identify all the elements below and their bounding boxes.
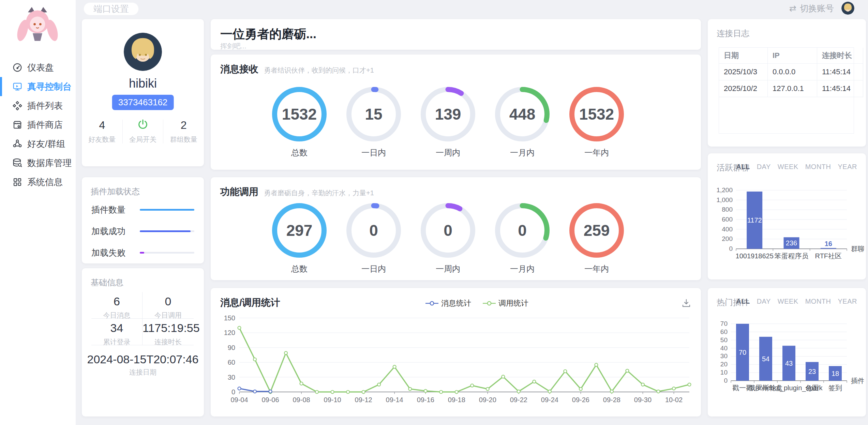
svg-text:09-24: 09-24 [541,396,558,404]
progress-fill [140,230,191,232]
sidebar-item-1[interactable]: 真寻控制台 [0,77,76,96]
svg-text:09-12: 09-12 [355,396,372,404]
stat-label: 群组数量 [163,135,204,144]
stat-ring-一日内: 15 [346,87,401,141]
tab-year[interactable]: YEAR [838,163,857,171]
profile-card: hibiki 3373463162 4好友数量全局开关2群组数量 [82,19,204,166]
legend-label: 调用统计 [498,298,528,308]
stat-ring-总数: 297 [272,203,327,258]
ring-label: 一年内 [569,147,624,158]
info-cell-0: 6今日消息 [91,292,143,319]
sidebar-item-6[interactable]: 系统信息 [0,172,76,192]
tab-all[interactable]: ALL [736,163,750,171]
ring-label: 总数 [272,147,327,158]
tab-all[interactable]: ALL [736,298,750,305]
svg-text:18: 18 [832,370,839,377]
function-call-title: 功能调用 [220,185,258,198]
basic-info-title: 基础信息 [91,277,123,288]
stat-value: 2 [163,119,204,132]
sidebar-item-5[interactable]: 数据库管理 [0,153,76,172]
port-settings-button[interactable]: 端口设置 [84,2,139,15]
tab-day[interactable]: DAY [757,163,771,171]
sidebar-item-2[interactable]: 插件列表 [0,96,76,115]
gauge-icon [12,62,23,73]
log-cell: 2025/10/2 [719,80,768,97]
svg-text:09-16: 09-16 [417,396,434,404]
profile-name: hibiki [82,76,204,91]
svg-text:600: 600 [722,216,733,223]
tab-day[interactable]: DAY [757,298,771,305]
user-avatar [124,33,162,71]
svg-text:23: 23 [808,368,816,375]
svg-text:800: 800 [722,206,733,213]
ring-value: 1532 [272,87,327,141]
stat-ring-一月内: 448 [495,87,550,141]
switch-account-label: 切换账号 [800,3,834,14]
stats-chart-card: 消息/调用统计 消息统计调用统计 030609012015009-0409-06… [211,288,701,416]
tab-month[interactable]: MONTH [805,163,831,171]
hero-title: 一位勇者的磨砺... [220,26,316,43]
svg-text:1,200: 1,200 [716,186,733,194]
store-icon [12,120,23,130]
legend-item-消息统计[interactable]: 消息统计 [425,298,471,308]
log-cell: 2025/10/3 [719,64,768,80]
ring-value: 1532 [569,87,624,141]
ring-label: 一周内 [421,263,475,274]
database-icon [12,158,23,168]
power-icon[interactable] [137,119,149,130]
line-chart: 030609012015009-0409-0609-0809-1009-1209… [215,312,693,411]
log-cell: 127.0.0.1 [768,80,817,97]
ring-value: 0 [421,203,475,258]
ring-label: 一月内 [495,147,550,158]
svg-text:09-22: 09-22 [510,396,527,404]
sidebar-item-label: 系统信息 [27,176,63,188]
ring-label: 一年内 [569,263,624,274]
svg-text:09-04: 09-04 [230,396,248,404]
message-receive-card: 消息接收 勇者结识伙伴，收到的问候，口才+1 1532总数15一日内139一周内… [211,55,701,170]
svg-text:1,000: 1,000 [716,196,733,203]
info-cell-3: 1175:19:55连接时长 [143,319,194,345]
stat-ring-一周内: 0 [421,203,475,258]
svg-text:70: 70 [720,320,728,327]
info-cell-1: 0今日调用 [143,292,194,319]
plugin-progress-row-0: 插件数量 [91,204,194,215]
topbar-avatar[interactable] [841,2,854,15]
progress-track [140,209,194,211]
download-icon[interactable] [681,298,691,308]
message-receive-title: 消息接收 [220,63,258,76]
tab-year[interactable]: YEAR [838,298,857,305]
stats-chart-title: 消息/调用统计 [220,296,280,309]
svg-text:插件: 插件 [851,377,864,384]
svg-text:40: 40 [720,345,728,352]
stat-ring-一日内: 0 [346,203,401,258]
connection-log-table: 日期IP连接时长2025/10/30.0.0.011:45:142025/10/… [719,47,854,134]
progress-label: 加载失败 [91,247,132,258]
legend-item-调用统计[interactable]: 调用统计 [483,298,528,308]
log-row: 2025/10/30.0.0.011:45:14 [719,64,863,80]
stat-ring-一周内: 139 [421,87,475,141]
svg-text:0: 0 [729,245,733,252]
stat-label: 好友数量 [82,135,122,144]
function-call-card: 功能调用 勇者磨砺自身，辛勤的汗水，力量+1 297总数0一日内0一周内0一月内… [211,177,701,280]
profile-stat-1: 全局开关 [123,119,163,144]
switch-account-button[interactable]: ⇄ 切换账号 [789,0,834,16]
svg-text:50: 50 [720,336,728,344]
sidebar-item-4[interactable]: 好友/群组 [0,134,76,153]
sidebar-item-0[interactable]: 仪表盘 [0,58,76,77]
tab-month[interactable]: MONTH [805,298,831,305]
connection-log-title: 连接日志 [717,28,749,39]
ring-label: 总数 [272,263,327,274]
svg-text:236: 236 [786,239,797,247]
log-col-header: 日期 [719,48,768,64]
svg-text:09-08: 09-08 [293,396,310,404]
tab-week[interactable]: WEEK [778,163,798,171]
sidebar-item-3[interactable]: 插件商店 [0,115,76,134]
sidebar-item-label: 仪表盘 [27,62,54,74]
hot-plugins-tabs: ALLDAYWEEKMONTHYEAR [736,298,857,305]
tab-week[interactable]: WEEK [778,298,798,305]
function-call-subtitle: 勇者磨砺自身，辛勤的汗水，力量+1 [264,188,374,198]
svg-text:1172: 1172 [747,216,762,224]
active-groups-card: 活跃群聊 ALLDAYWEEKMONTHYEAR 02004006008001,… [708,153,866,279]
connection-log-card: 连接日志 日期IP连接时长2025/10/30.0.0.011:45:14202… [708,19,866,147]
svg-text:30: 30 [720,352,728,360]
